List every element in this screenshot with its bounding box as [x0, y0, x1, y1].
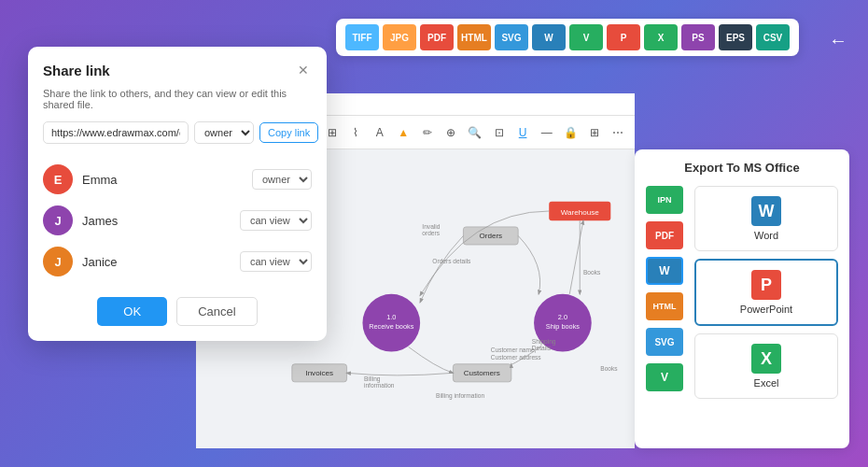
svg-text:Customer address: Customer address [491, 354, 542, 361]
format-ppt-btn[interactable]: P [607, 24, 640, 50]
export-ipn-btn[interactable]: IPN [646, 186, 683, 214]
user-name-james: James [82, 214, 240, 228]
avatar-emma: E [43, 164, 73, 194]
format-html-btn[interactable]: HTML [457, 24, 491, 50]
format-v-btn[interactable]: V [569, 24, 603, 50]
user-name-janice: Janice [82, 255, 240, 269]
toolbar-connect-icon[interactable]: ⊕ [442, 123, 461, 142]
toolbar-line-icon[interactable]: ⌇ [346, 123, 365, 142]
permission-janice[interactable]: can view [240, 251, 312, 272]
export-ppt-label: PowerPoint [740, 304, 792, 315]
user-row-james: J James can view [43, 200, 312, 241]
toolbar-lock-icon[interactable]: 🔒 [561, 123, 580, 142]
export-v-btn-small[interactable]: V [646, 363, 683, 391]
format-pdf-btn[interactable]: PDF [420, 24, 454, 50]
format-svg-btn[interactable]: SVG [495, 24, 528, 50]
dialog-subtitle: Share the link to others, and they can v… [43, 88, 312, 110]
svg-text:Orders details: Orders details [432, 258, 471, 264]
dialog-header: Share link ✕ [43, 62, 312, 78]
export-panel-title: Export To MS Office [646, 161, 838, 175]
link-row: owner Copy link [43, 121, 312, 144]
dialog-actions: OK Cancel [43, 297, 312, 326]
avatar-james: J [43, 205, 73, 235]
svg-text:Orders: Orders [479, 232, 502, 240]
cancel-button[interactable]: Cancel [176, 297, 257, 326]
export-word-label: Word [754, 230, 778, 241]
svg-text:Customer name,: Customer name, [491, 347, 537, 353]
svg-text:Books: Books [600, 365, 618, 372]
toolbar-more-icon[interactable]: ⋯ [609, 123, 628, 142]
svg-text:Billing information: Billing information [436, 392, 484, 400]
toolbar-frame-icon[interactable]: ⊡ [490, 123, 509, 142]
toolbar-table-icon[interactable]: ⊞ [585, 123, 604, 142]
user-list: E Emma owner J James can view J Janice c… [43, 159, 312, 282]
share-dialog: Share link ✕ Share the link to others, a… [28, 47, 327, 341]
user-row-emma: E Emma owner [43, 159, 312, 200]
user-row-janice: J Janice can view [43, 241, 312, 282]
format-csv-btn[interactable]: CSV [756, 24, 790, 50]
dialog-title: Share link [43, 63, 110, 78]
export-pdf-btn-small[interactable]: PDF [646, 221, 683, 249]
export-ppt-item[interactable]: P PowerPoint [694, 259, 838, 326]
close-button[interactable]: ✕ [295, 62, 312, 78]
svg-text:Invoices: Invoices [305, 369, 333, 377]
avatar-janice: J [43, 247, 73, 276]
user-name-emma: Emma [82, 173, 252, 187]
copy-link-button[interactable]: Copy link [259, 122, 318, 143]
svg-text:Ship books: Ship books [546, 322, 581, 331]
toolbar-pen-icon[interactable]: ✏ [418, 123, 437, 142]
export-excel-label: Excel [754, 377, 779, 389]
format-ps-btn[interactable]: PS [681, 24, 715, 50]
arrow-indicator: ← [829, 30, 847, 51]
svg-text:orders: orders [422, 230, 440, 236]
permission-emma[interactable]: owner [252, 169, 312, 190]
format-tiff-btn[interactable]: TIFF [345, 24, 379, 50]
toolbar-minus-icon[interactable]: — [538, 123, 556, 142]
toolbar-fill-icon[interactable]: ▲ [395, 123, 413, 142]
owner-select[interactable]: owner [194, 121, 254, 144]
export-excel-item[interactable]: X Excel [694, 333, 838, 399]
svg-text:Books: Books [583, 269, 601, 276]
format-word-btn[interactable]: W [532, 24, 566, 50]
svg-text:information: information [364, 382, 395, 389]
format-eps-btn[interactable]: EPS [719, 24, 752, 50]
export-word-item[interactable]: W Word [694, 186, 838, 251]
export-svg-btn-small[interactable]: SVG [646, 328, 683, 356]
svg-text:Warehouse: Warehouse [561, 208, 599, 217]
toolbar-underline-icon[interactable]: U [513, 123, 532, 142]
svg-text:Receive books: Receive books [369, 322, 413, 331]
toolbar-zoom-in-icon[interactable]: 🔍 [466, 123, 484, 142]
svg-text:2.0: 2.0 [558, 313, 567, 321]
export-panel: Export To MS Office IPN PDF W HTML SVG V… [635, 149, 849, 448]
format-excel-btn[interactable]: X [644, 24, 678, 50]
ok-button[interactable]: OK [97, 297, 167, 326]
export-word-btn-small[interactable]: W [646, 257, 683, 285]
toolbar-text2-icon[interactable]: A [371, 123, 389, 142]
format-jpg-btn[interactable]: JPG [383, 24, 416, 50]
svg-text:Customers: Customers [464, 369, 500, 377]
export-html-btn-small[interactable]: HTML [646, 292, 683, 320]
svg-text:1.0: 1.0 [386, 313, 396, 321]
link-input[interactable] [43, 121, 189, 144]
svg-text:Invalid: Invalid [422, 223, 440, 230]
permission-james[interactable]: can view [240, 210, 312, 231]
format-toolbar: TIFF JPG PDF HTML SVG W V P X PS EPS CSV [336, 19, 799, 56]
